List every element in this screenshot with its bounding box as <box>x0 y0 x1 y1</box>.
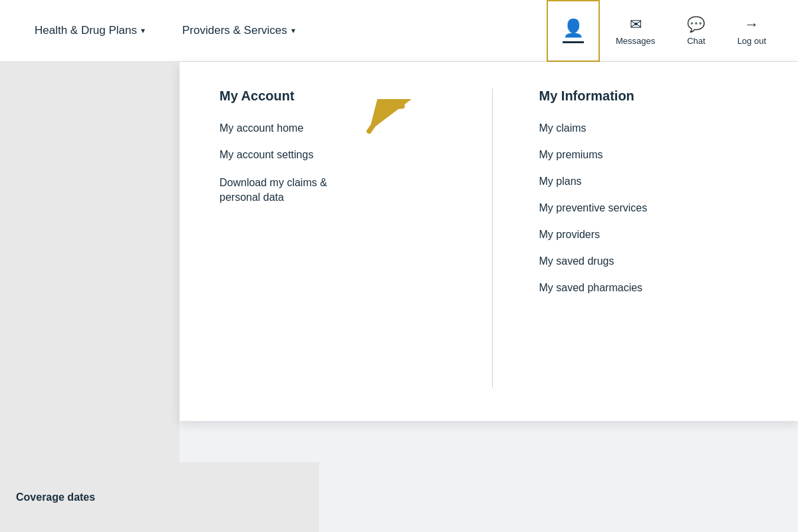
nav-providers-services[interactable]: Providers & Services ▾ <box>164 0 314 62</box>
my-premiums-link[interactable]: My premiums <box>539 149 759 161</box>
my-saved-pharmacies-link[interactable]: My saved pharmacies <box>539 282 759 294</box>
coverage-dates-title: Coverage dates <box>16 491 303 503</box>
chat-label: Chat <box>687 36 705 46</box>
arrow-indicator-container <box>352 99 419 155</box>
nav-account-button[interactable]: 👤 <box>547 0 600 62</box>
nav-logout[interactable]: → Log out <box>722 0 782 62</box>
download-claims-link[interactable]: Download my claims &personal data <box>219 176 439 205</box>
providers-services-label: Providers & Services <box>182 24 287 37</box>
my-claims-link[interactable]: My claims <box>539 122 759 134</box>
sidebar-background <box>0 62 180 532</box>
account-underline <box>563 41 584 43</box>
my-plans-link[interactable]: My plans <box>539 176 759 188</box>
messages-label: Messages <box>616 36 655 46</box>
account-dropdown: My Account My account home My account se… <box>180 62 798 421</box>
logout-icon: → <box>744 16 759 33</box>
my-preventive-services-link[interactable]: My preventive services <box>539 202 759 214</box>
nav-right: 👤 ✉ Messages 💬 Chat → Log out <box>547 0 782 62</box>
nav-chat[interactable]: 💬 Chat <box>671 0 721 62</box>
nav-left: Health & Drug Plans ▾ Providers & Servic… <box>16 0 547 62</box>
my-providers-link[interactable]: My providers <box>539 229 759 241</box>
messages-icon: ✉ <box>630 16 642 33</box>
column-divider <box>492 88 493 388</box>
coverage-dates-card: Coverage dates <box>0 462 319 532</box>
my-saved-drugs-link[interactable]: My saved drugs <box>539 255 759 267</box>
my-account-column: My Account My account home My account se… <box>219 88 459 388</box>
my-information-title: My Information <box>539 88 759 104</box>
health-drug-plans-label: Health & Drug Plans <box>35 24 137 37</box>
logout-label: Log out <box>737 36 766 46</box>
navbar: Health & Drug Plans ▾ Providers & Servic… <box>0 0 798 62</box>
golden-arrow-icon <box>352 99 419 152</box>
nav-messages[interactable]: ✉ Messages <box>600 0 671 62</box>
person-icon: 👤 <box>563 18 584 39</box>
providers-services-chevron-icon: ▾ <box>291 26 295 35</box>
my-information-column: My Information My claims My premiums My … <box>526 88 759 388</box>
nav-health-drug-plans[interactable]: Health & Drug Plans ▾ <box>16 0 164 62</box>
health-drug-plans-chevron-icon: ▾ <box>141 26 145 35</box>
my-account-home-row: My account home <box>219 122 439 134</box>
chat-icon: 💬 <box>687 16 705 33</box>
